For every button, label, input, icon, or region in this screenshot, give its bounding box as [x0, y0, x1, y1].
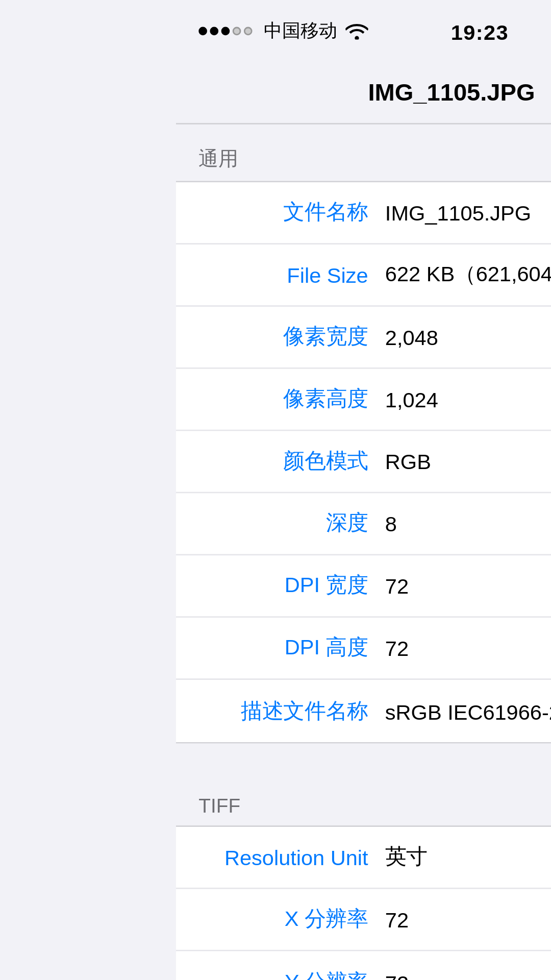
label-y-resolution: Y 分辨率 [198, 969, 368, 980]
table-row: Resolution Unit 英寸 [176, 827, 551, 889]
signal-dot-4 [233, 27, 241, 36]
nav-title: IMG_1105.JPG [368, 79, 535, 107]
table-row: DPI 宽度 72 [176, 555, 551, 618]
section-header-general: 通用 [176, 125, 551, 181]
table-row: Y 分辨率 72 [176, 951, 551, 980]
signal-dot-2 [210, 27, 218, 36]
status-bar: 中国移动 19:23 63% ⚡ [176, 0, 551, 62]
nav-bar: IMG_1105.JPG 完成 [176, 62, 551, 125]
table-row: 像素高度 1,024 [176, 369, 551, 431]
value-x-resolution: 72 [385, 908, 551, 932]
label-profile-name: 描述文件名称 [198, 698, 368, 725]
label-pixel-width: 像素宽度 [198, 324, 368, 351]
general-table: 文件名称 IMG_1105.JPG File Size 622 KB（621,6… [176, 181, 551, 743]
value-profile-name: sRGB IEC61966-2.1 [385, 699, 551, 723]
section-spacer [176, 744, 551, 772]
value-filesize: 622 KB（621,604 字节） [385, 261, 551, 288]
label-depth: 深度 [198, 510, 368, 537]
carrier-label: 中国移动 [264, 18, 337, 44]
table-row: 颜色模式 RGB [176, 431, 551, 494]
table-row: 描述文件名称 sRGB IEC61966-2.1 [176, 680, 551, 742]
table-row: File Size 622 KB（621,604 字节） [176, 244, 551, 307]
table-row: DPI 高度 72 [176, 618, 551, 680]
status-time: 19:23 [451, 19, 509, 43]
label-dpi-height: DPI 高度 [198, 634, 368, 662]
table-row: 深度 8 [176, 493, 551, 555]
label-resolution-unit: Resolution Unit [198, 845, 368, 869]
label-color-mode: 颜色模式 [198, 448, 368, 475]
value-color-mode: RGB [385, 450, 551, 474]
value-filename: IMG_1105.JPG [385, 201, 551, 225]
value-dpi-width: 72 [385, 574, 551, 598]
label-dpi-width: DPI 宽度 [198, 573, 368, 600]
label-x-resolution: X 分辨率 [198, 906, 368, 933]
signal-dot-3 [221, 27, 230, 36]
tiff-table: Resolution Unit 英寸 X 分辨率 72 Y 分辨率 72 [176, 825, 551, 980]
value-resolution-unit: 英寸 [385, 844, 551, 871]
value-depth: 8 [385, 511, 551, 535]
wifi-icon [345, 22, 368, 39]
table-row: X 分辨率 72 [176, 889, 551, 951]
value-dpi-height: 72 [385, 636, 551, 660]
value-pixel-height: 1,024 [385, 387, 551, 411]
label-filesize: File Size [198, 263, 368, 287]
label-filename: 文件名称 [198, 199, 368, 226]
value-y-resolution: 72 [385, 970, 551, 980]
signal-dot-1 [198, 27, 207, 36]
signal-dot-5 [244, 27, 253, 36]
signal-dots [198, 27, 252, 36]
table-row: 文件名称 IMG_1105.JPG [176, 182, 551, 244]
value-pixel-width: 2,048 [385, 325, 551, 349]
label-pixel-height: 像素高度 [198, 386, 368, 413]
section-header-tiff: TIFF [176, 772, 551, 825]
table-row: 像素宽度 2,048 [176, 307, 551, 369]
status-left: 中国移动 [198, 18, 368, 44]
